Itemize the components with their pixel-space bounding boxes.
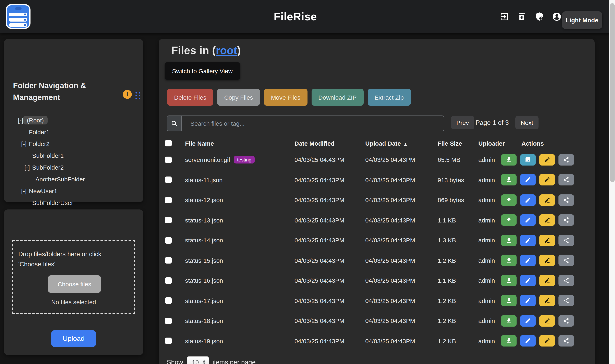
folder-tree-item[interactable]: [-](Root) — [4, 114, 143, 126]
preview-edit-button[interactable] — [520, 154, 536, 166]
tree-toggle[interactable]: [-] — [24, 164, 32, 171]
column-header-upload-date[interactable]: Upload Date▲ — [365, 140, 438, 147]
account-icon[interactable] — [552, 12, 562, 22]
download-button[interactable] — [501, 215, 517, 226]
admin-shield-icon[interactable] — [535, 12, 544, 22]
share-button[interactable] — [559, 195, 574, 206]
folder-name[interactable]: (Root) — [23, 116, 47, 124]
next-page-button[interactable]: Next — [515, 116, 538, 129]
column-header-file-size[interactable]: File Size — [438, 140, 478, 147]
items-per-page-select[interactable]: 10 ▲▼ — [187, 356, 209, 364]
folder-tree-item[interactable]: SubFolder1 — [4, 150, 143, 161]
preview-edit-button[interactable] — [520, 235, 536, 246]
download-zip-button[interactable]: Download ZIP — [311, 89, 363, 106]
preview-edit-button[interactable] — [520, 195, 536, 206]
folder-name[interactable]: SubFolder2 — [32, 164, 64, 171]
download-button[interactable] — [501, 154, 517, 166]
tree-toggle[interactable]: [-] — [21, 187, 29, 195]
preview-edit-button[interactable] — [520, 315, 536, 326]
rename-button[interactable] — [539, 275, 555, 286]
restore-trash-icon[interactable] — [517, 12, 527, 22]
extract-zip-button[interactable]: Extract Zip — [368, 89, 411, 106]
preview-edit-button[interactable] — [520, 295, 536, 306]
row-checkbox[interactable] — [165, 338, 172, 344]
exit-icon[interactable] — [499, 12, 509, 22]
delete-files-button[interactable]: Delete Files — [167, 89, 213, 106]
rename-button[interactable] — [539, 195, 555, 206]
row-checkbox[interactable] — [165, 318, 172, 324]
file-table: File Name Date Modified Upload Date▲ Fil… — [165, 137, 578, 351]
share-button[interactable] — [559, 315, 574, 326]
row-checkbox[interactable] — [165, 277, 172, 284]
file-dropzone[interactable]: Drop files/folders here or click 'Choose… — [12, 240, 135, 314]
tree-toggle[interactable]: [-] — [21, 140, 29, 147]
light-mode-button[interactable]: Light Mode — [562, 11, 602, 29]
column-header-file-name[interactable]: File Name — [185, 140, 294, 147]
rename-button[interactable] — [539, 295, 555, 306]
folder-name[interactable]: Folder2 — [29, 140, 50, 147]
row-checkbox[interactable] — [165, 156, 172, 163]
share-button[interactable] — [559, 335, 574, 347]
rename-button[interactable] — [539, 315, 555, 326]
folder-name[interactable]: NewUser1 — [29, 187, 57, 195]
folder-tree-item[interactable]: Folder1 — [4, 126, 143, 138]
scrollbar-thumb[interactable] — [610, 3, 615, 182]
folder-name[interactable]: SubFolder1 — [32, 152, 64, 159]
select-all-checkbox[interactable] — [165, 140, 172, 146]
download-button[interactable] — [501, 235, 517, 246]
preview-edit-button[interactable] — [520, 174, 536, 186]
rename-button[interactable] — [539, 154, 555, 166]
scrollbar-track[interactable] — [609, 0, 615, 364]
date-modified-cell: 04/03/25 04:43PM — [294, 217, 365, 224]
search-input[interactable] — [182, 116, 444, 131]
download-button[interactable] — [501, 315, 517, 326]
upload-button[interactable]: Upload — [51, 330, 96, 347]
folder-name[interactable]: SubFolderUser — [32, 199, 73, 206]
row-checkbox[interactable] — [165, 177, 172, 183]
column-header-uploader[interactable]: Uploader — [478, 140, 519, 147]
drag-handle-icon[interactable] — [135, 91, 141, 100]
download-icon — [506, 257, 512, 264]
row-checkbox[interactable] — [165, 197, 172, 203]
folder-tree-item[interactable]: [-]SubFolder2 — [4, 161, 143, 173]
share-button[interactable] — [559, 235, 574, 246]
share-button[interactable] — [559, 215, 574, 226]
folder-name[interactable]: Folder1 — [29, 129, 50, 135]
copy-files-button[interactable]: Copy Files — [217, 89, 260, 106]
share-button[interactable] — [559, 174, 574, 186]
download-button[interactable] — [501, 295, 517, 306]
row-checkbox[interactable] — [165, 217, 172, 223]
folder-tree-item[interactable]: SubFolderUser — [4, 197, 143, 209]
folder-name[interactable]: AnotherSubFolder — [35, 176, 85, 182]
rename-button[interactable] — [539, 174, 555, 186]
folder-tree-item[interactable]: [-]Folder2 — [4, 138, 143, 150]
download-button[interactable] — [501, 195, 517, 206]
row-checkbox[interactable] — [165, 298, 172, 304]
preview-edit-button[interactable] — [520, 255, 536, 266]
rename-button[interactable] — [539, 335, 555, 347]
choose-files-button[interactable]: Choose files — [48, 275, 101, 293]
rename-button[interactable] — [539, 255, 555, 266]
row-checkbox[interactable] — [165, 237, 172, 244]
share-button[interactable] — [559, 255, 574, 266]
preview-edit-button[interactable] — [520, 215, 536, 226]
column-header-date-modified[interactable]: Date Modified — [294, 140, 365, 147]
folder-tree-item[interactable]: [-]NewUser1 — [4, 185, 143, 197]
share-button[interactable] — [559, 154, 574, 166]
preview-edit-button[interactable] — [520, 275, 536, 286]
info-icon[interactable]: i — [123, 90, 132, 99]
rename-button[interactable] — [539, 235, 555, 246]
row-checkbox[interactable] — [165, 257, 172, 264]
rename-button[interactable] — [539, 215, 555, 226]
folder-tree-item[interactable]: AnotherSubFolder — [4, 173, 143, 185]
download-button[interactable] — [501, 255, 517, 266]
download-button[interactable] — [501, 335, 517, 347]
root-folder-link[interactable]: root — [216, 44, 237, 56]
preview-edit-button[interactable] — [520, 335, 536, 347]
download-button[interactable] — [501, 275, 517, 286]
download-button[interactable] — [501, 174, 517, 186]
move-files-button[interactable]: Move Files — [264, 89, 307, 106]
switch-gallery-view-button[interactable]: Switch to Gallery View — [165, 62, 240, 80]
share-button[interactable] — [559, 295, 574, 306]
share-button[interactable] — [559, 275, 574, 286]
